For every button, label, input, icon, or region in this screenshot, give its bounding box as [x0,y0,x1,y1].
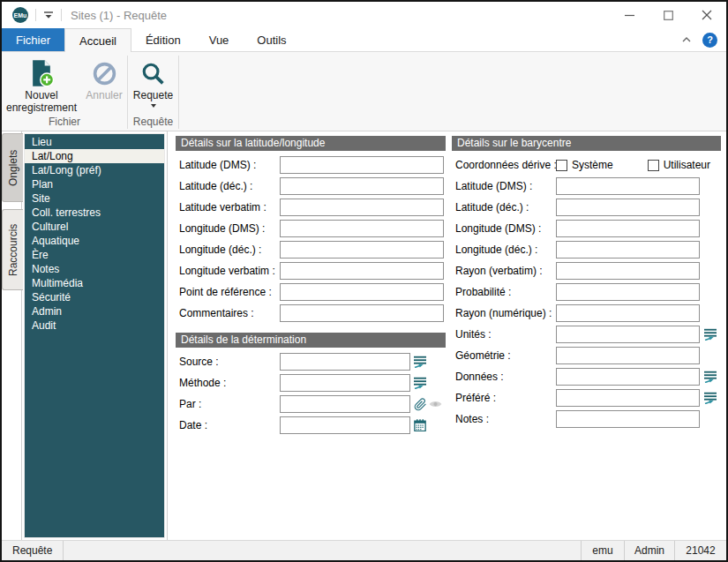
ribbon-tab-bar: Fichier Accueil Édition Vue Outils ? [2,28,726,52]
field-label: Unités : [455,328,556,341]
reference-point-input[interactable] [280,283,444,301]
longitude-verbatim-input[interactable] [280,262,444,280]
bary-radius-numeric-input[interactable] [556,304,700,322]
sidebar-item-admin[interactable]: Admin [25,304,164,318]
bary-preferred-input[interactable] [556,389,700,407]
lookup-icon[interactable] [414,377,426,389]
new-record-icon [28,57,55,89]
sidebar-item-site[interactable]: Site [25,191,164,206]
query-button[interactable]: Requete [128,56,178,108]
tab-accueil[interactable]: Accueil [64,28,131,52]
emu-logo-icon: EMu [12,7,28,23]
lookup-icon[interactable] [704,328,717,341]
title-bar: EMu Sites (1) - Requête [2,2,726,28]
utilisateur-checkbox[interactable] [648,160,659,171]
lookup-icon[interactable] [704,392,717,404]
sidebar-item-plan[interactable]: Plan [25,177,164,191]
calendar-icon[interactable] [414,419,426,431]
latitude-verbatim-input[interactable] [280,199,444,216]
sidebar-item-securite[interactable]: Sécurité [25,290,164,304]
bary-geometry-input[interactable] [556,347,700,364]
panel-determination: Détails de la détermination Source : [176,333,446,438]
form-row: Date : [179,416,444,434]
systeme-checkbox[interactable] [556,160,567,171]
tab-vue[interactable]: Vue [195,28,244,51]
field-label: Latitude verbatim : [179,201,280,214]
by-input[interactable] [280,395,410,413]
field-label: Par : [179,398,280,410]
tab-edition[interactable]: Édition [131,28,195,51]
bary-units-input[interactable] [556,326,700,343]
bary-data-input[interactable] [556,368,700,386]
form-row: Point de référence : [179,283,444,301]
sidebar-item-aquatique[interactable]: Aquatique [25,234,164,248]
bary-notes-input[interactable] [556,410,700,428]
status-server: emu [582,544,624,557]
panel-latlong: Détails sur la latitude/longitude Latitu… [176,136,446,326]
longitude-dec-input[interactable] [280,241,444,259]
sidebar-item-coll-terrestres[interactable]: Coll. terrestres [25,206,164,220]
lookup-icon[interactable] [704,371,717,383]
collapse-ribbon-icon[interactable] [681,36,692,43]
form-row: Notes : [455,410,719,428]
ribbon-group-label-fichier: Fichier [2,116,127,131]
date-input[interactable] [280,416,410,434]
ribbon-group-label-requete: Requête [128,116,178,131]
tab-outils[interactable]: Outils [243,28,300,51]
eye-icon [429,399,442,409]
sidebar-item-multimedia[interactable]: Multimédia [25,276,164,290]
sidebar-item-ere[interactable]: Ère [25,248,164,262]
latitude-dec-input[interactable] [280,177,444,195]
field-label: Date : [179,419,280,431]
form-row: Commentaires : [179,304,444,322]
tab-raccourcis[interactable]: Raccourcis [2,209,23,290]
sidebar-item-latlong-pref[interactable]: Lat/Long (préf) [25,163,164,177]
tab-fichier[interactable]: Fichier [2,28,64,51]
field-label: Longitude (déc.) : [179,244,280,256]
tab-onglets[interactable]: Onglets [2,133,23,202]
close-button[interactable] [687,2,726,28]
field-label: Latitude (déc.) : [179,180,280,192]
sidebar-item-lieu[interactable]: Lieu [25,135,164,149]
source-input[interactable] [280,353,410,371]
new-record-button[interactable]: Nouvel enregistrement [2,56,81,114]
lookup-icon[interactable] [414,356,426,368]
field-label: Commentaires : [179,307,280,319]
attachment-icon[interactable] [414,398,427,411]
sidebar-vertical-tabs: Onglets Raccourcis [2,131,23,540]
panel-header-latlong: Détails sur la latitude/longitude [176,136,446,151]
form-row: Géométrie : [455,347,719,364]
query-label: Requete [133,89,173,101]
field-label: Latitude (DMS) : [179,159,280,171]
search-icon [140,57,166,89]
maximize-button[interactable] [649,2,687,28]
quick-access-dropdown-icon[interactable] [43,11,54,19]
bary-latitude-dms-input[interactable] [556,177,700,195]
bary-longitude-dms-input[interactable] [556,220,700,237]
field-label: Géométrie : [455,349,556,362]
latitude-dms-input[interactable] [280,156,444,174]
form-row: Latitude (DMS) : [455,177,719,195]
comments-input[interactable] [280,304,444,322]
bary-probability-input[interactable] [556,283,700,301]
bary-longitude-dec-input[interactable] [556,241,700,259]
method-input[interactable] [280,374,410,392]
form-row: Coordonnées dérive : Système Utilisateur [455,156,719,174]
form-row: Unités : [455,326,719,343]
help-icon[interactable]: ? [702,33,717,48]
sidebar-tab-list: Lieu Lat/Long Lat/Long (préf) Plan Site … [24,133,165,538]
field-label: Rayon (numérique) : [455,307,556,319]
bary-latitude-dec-input[interactable] [556,199,700,216]
sidebar-item-culturel[interactable]: Culturel [25,220,164,234]
bary-radius-verbatim-input[interactable] [556,262,700,280]
field-label: Longitude (DMS) : [179,222,280,235]
sidebar-item-latlong[interactable]: Lat/Long [25,149,164,163]
longitude-dms-input[interactable] [280,220,444,237]
sidebar-item-notes[interactable]: Notes [25,262,164,276]
checkbox-label: Utilisateur [664,159,710,171]
sidebar-item-audit[interactable]: Audit [25,318,164,333]
field-label: Rayon (verbatim) : [455,265,556,277]
field-label: Latitude (déc.) : [455,201,556,214]
minimize-button[interactable] [610,2,649,28]
form-row: Longitude verbatim : [179,262,444,280]
